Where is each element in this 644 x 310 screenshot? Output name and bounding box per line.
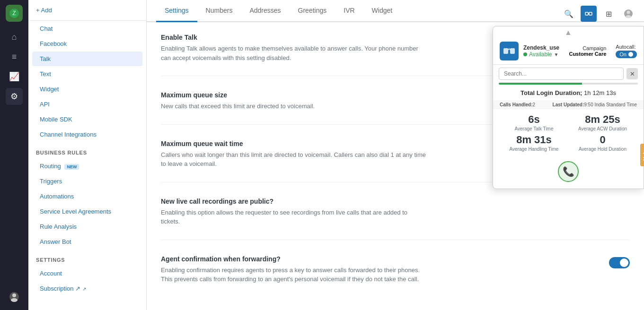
sidebar: + Add Chat Facebook Talk Text Widget API… (28, 0, 147, 310)
last-updated-stat: Last Updated:9:50 India Standard Time (553, 102, 637, 107)
sidebar-item-chat[interactable]: Chat (32, 21, 142, 36)
svg-rect-6 (589, 12, 592, 15)
svg-point-4 (11, 298, 18, 302)
metric-hold-value: 0 (568, 134, 637, 146)
status-dot (523, 52, 527, 56)
widget-duration: Total Login Duration; 1h 12m 13s (493, 85, 644, 100)
svg-text:Z: Z (12, 10, 16, 17)
sidebar-header: + Add (28, 0, 146, 21)
svg-point-3 (12, 293, 16, 297)
widget-user-info: Zendesk_use Available ▼ (523, 44, 564, 58)
max-queue-size-desc: New calls that exceed this limit are dir… (161, 102, 315, 111)
link-header-icon[interactable] (581, 6, 597, 22)
widget-username: Zendesk_use (523, 44, 564, 51)
metric-hold-duration: 0 Average Hold Duration (568, 134, 637, 152)
app-logo: Z (6, 5, 23, 22)
widget-campaign-label: Campaign (569, 45, 606, 51)
widget-status: Available ▼ (523, 51, 564, 58)
widget-collapse-arrow[interactable]: ▲ (493, 26, 644, 38)
widget-search-input[interactable] (499, 68, 624, 80)
top-header: 🔍 ⊞ (553, 0, 644, 27)
agent-confirmation-toggle[interactable] (609, 257, 630, 268)
widget-header: Zendesk_use Available ▼ Campaign Custome… (493, 38, 644, 65)
metric-talk-time: 6s Average Talk Time (500, 114, 568, 131)
sidebar-item-triggers[interactable]: Triggers (32, 174, 142, 189)
phone-button[interactable]: 📞 (558, 161, 579, 182)
tab-ivr[interactable]: IVR (335, 0, 363, 22)
sidebar-item-sla[interactable]: Service Level Agreements (32, 204, 142, 219)
max-queue-size-title: Maximum queue size (161, 91, 315, 99)
status-dropdown-arrow[interactable]: ▼ (554, 52, 558, 57)
sidebar-item-answer-bot[interactable]: Answer Bot (32, 234, 142, 249)
tab-widget[interactable]: Widget (363, 0, 401, 22)
status-label: Available (529, 51, 552, 58)
left-navigation: Z ⌂ ≡ 📈 ⚙ (0, 0, 28, 310)
autocall-toggle-dot (628, 52, 633, 57)
svg-rect-5 (585, 12, 588, 15)
max-queue-wait-title: Maximum queue wait time (161, 140, 426, 147)
metric-talk-time-value: 6s (500, 114, 568, 125)
tab-settings[interactable]: Settings (156, 0, 197, 22)
metric-handling-label: Average Handling Time (500, 146, 568, 152)
sidebar-item-facebook[interactable]: Facebook (32, 36, 142, 51)
tickets-nav-icon[interactable]: ≡ (6, 48, 23, 65)
widget-metrics-grid: 6s Average Talk Time 8m 25s Average ACW … (493, 109, 644, 156)
sidebar-item-widget[interactable]: Widget (32, 82, 142, 96)
svg-rect-11 (503, 48, 508, 54)
metric-handling-value: 8m 31s (500, 134, 568, 146)
home-nav-icon[interactable]: ⌂ (6, 28, 23, 45)
widget-phone-area: 📞 (493, 156, 644, 189)
sidebar-item-routing[interactable]: Routing NEW (32, 159, 142, 173)
metric-handling-time: 8m 31s Average Handling Time (500, 134, 568, 152)
calls-handled-stat: Calls Handled:2 (500, 102, 535, 107)
sidebar-item-text[interactable]: Text (32, 67, 142, 81)
autocall-toggle[interactable]: On (616, 51, 637, 58)
metric-acw-value: 8m 25s (568, 114, 637, 125)
sidebar-item-api[interactable]: API (32, 97, 142, 112)
tab-greetings[interactable]: Greetings (290, 0, 335, 22)
widget-stats-bar: Calls Handled:2 Last Updated:9:50 India … (493, 100, 644, 109)
sidebar-item-account[interactable]: Account (32, 266, 142, 281)
enable-talk-title: Enable Talk (161, 34, 426, 41)
settings-nav-icon[interactable]: ⚙ (6, 88, 23, 105)
live-recordings-desc: Enabling this option allows the requeste… (161, 208, 426, 226)
add-button[interactable]: + Add (36, 7, 52, 14)
tab-addresses[interactable]: Addresses (241, 0, 289, 22)
sidebar-scroll: Chat Facebook Talk Text Widget API Mobil… (28, 21, 146, 310)
max-queue-wait-desc: Callers who wait longer than this limit … (161, 150, 426, 169)
svg-rect-12 (510, 48, 515, 54)
agent-confirmation-desc: Enabling confirmation requires agents to… (161, 266, 426, 284)
tab-numbers[interactable]: Numbers (197, 0, 241, 22)
settings-section-label: SETTINGS (28, 250, 146, 266)
sidebar-item-talk[interactable]: Talk (32, 52, 142, 66)
sidebar-item-automations[interactable]: Automations (32, 189, 142, 204)
floating-widget-panel: ▲ Zendesk_use Available ▼ Campaign Custo… (493, 26, 644, 189)
agent-confirmation-title: Agent confirmation when forwarding? (161, 255, 426, 263)
widget-campaign-name: Customer Care (569, 51, 606, 57)
svg-point-10 (626, 15, 631, 18)
live-recordings-title: New live call recordings are public? (161, 198, 426, 205)
widget-close-button[interactable]: ✕ (626, 68, 638, 79)
grid-header-icon[interactable]: ⊞ (600, 6, 617, 22)
autocall-area: Autocall: On (616, 44, 637, 58)
sidebar-item-subscription[interactable]: Subscription ↗ (32, 281, 142, 296)
profile-nav-icon[interactable] (6, 288, 23, 305)
metric-acw-duration: 8m 25s Average ACW Duration (568, 114, 637, 131)
agent-confirmation-block: Agent confirmation when forwarding? Enab… (161, 255, 630, 297)
sidebar-item-rule-analysis[interactable]: Rule Analysis (32, 219, 142, 234)
autocall-label: Autocall: (616, 44, 637, 50)
reports-nav-icon[interactable]: 📈 (6, 68, 23, 85)
business-rules-section-label: BUSINESS RULES (28, 142, 146, 158)
metric-hold-label: Average Hold Duration (568, 146, 637, 152)
search-header-icon[interactable]: 🔍 (561, 6, 577, 22)
svg-point-9 (627, 11, 630, 14)
metric-talk-time-label: Average Talk Time (500, 126, 568, 131)
widget-campaign-area: Campaign Customer Care (569, 45, 606, 57)
help-tab[interactable]: Help (640, 144, 644, 166)
profile-header-icon[interactable] (620, 6, 636, 22)
enable-talk-desc: Enabling Talk allows agents to make them… (161, 44, 426, 62)
sidebar-item-channel-integrations[interactable]: Channel Integrations (32, 127, 142, 142)
metric-acw-label: Average ACW Duration (568, 126, 637, 131)
widget-search-bar: ✕ (493, 65, 644, 83)
sidebar-item-mobile-sdk[interactable]: Mobile SDK (32, 112, 142, 127)
